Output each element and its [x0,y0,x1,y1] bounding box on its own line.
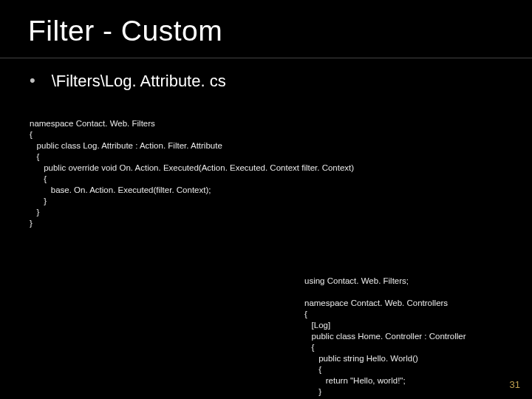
bullet-text: \Filters\Log. Attribute. cs [52,72,226,91]
code-line: base. On. Action. Executed(filter. Conte… [30,185,211,194]
code-line: public class Log. Attribute : Action. Fi… [30,141,222,150]
code-line: { [30,174,47,183]
code-line: public override void On. Action. Execute… [30,163,354,172]
code-line: { [304,343,314,352]
code-line: { [30,130,33,139]
code-line: { [30,152,39,161]
code-line: } [304,387,321,396]
code-block-2: using Contact. Web. Filters; namespace C… [304,265,466,399]
code-line: namespace Contact. Web. Controllers [304,299,448,307]
code-line: namespace Contact. Web. Filters [30,119,155,128]
code-line: using Contact. Web. Filters; [304,276,409,285]
page-number: 31 [510,379,520,390]
code-line: { [304,365,321,374]
code-line: [Log] [304,321,330,330]
slide-title: Filter - Custom [0,15,532,53]
bullet-item: • \Filters\Log. Attribute. cs [0,72,532,91]
title-divider [0,58,532,58]
code-line: } [30,208,39,216]
code-line: { [304,310,307,318]
slide: Filter - Custom • \Filters\Log. Attribut… [0,0,532,399]
bullet-icon: • [30,72,35,89]
code-line: } [30,197,47,205]
code-line: return "Hello, world!"; [304,376,406,385]
code-line: } [30,219,33,228]
code-block-1: namespace Contact. Web. Filters { public… [0,107,532,240]
code-line: public string Hello. World() [304,354,418,363]
code-line: public class Home. Controller : Controll… [304,332,466,341]
